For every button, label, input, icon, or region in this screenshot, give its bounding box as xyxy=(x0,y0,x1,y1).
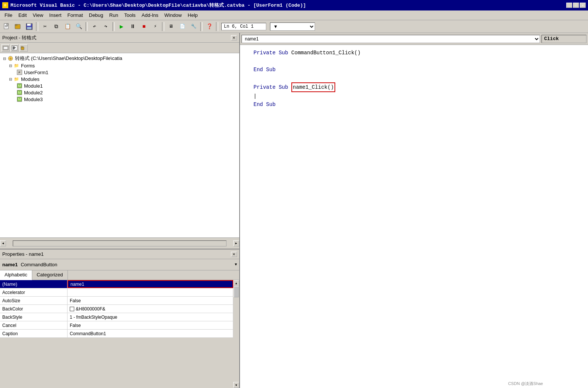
toolbar-break-button[interactable]: ⚡ xyxy=(150,22,160,31)
svg-text:⚙: ⚙ xyxy=(9,57,12,60)
props-row-cancel[interactable]: Cancel False xyxy=(0,321,233,330)
ln-col-display: Ln 6, Col 1 xyxy=(221,23,266,30)
scroll-right-button[interactable]: ▶ xyxy=(233,240,239,246)
svg-rect-6 xyxy=(15,24,17,25)
props-scroll-up[interactable]: ▲ xyxy=(233,280,239,286)
props-dropdown-arrow[interactable]: ▼ xyxy=(235,263,237,267)
props-row-caption[interactable]: Caption CommandButton1 xyxy=(0,330,233,338)
props-val-cancel: False xyxy=(68,321,233,329)
code-text-3: End Sub xyxy=(254,66,276,74)
svg-rect-13 xyxy=(12,46,17,50)
tab-categorized[interactable]: Categorized xyxy=(32,270,68,280)
title-bar: ⚙ Microsoft Visual Basic - C:\Users\Shae… xyxy=(0,0,588,10)
tree-toggle-root[interactable]: ⊟ xyxy=(2,57,8,61)
project-close-button[interactable]: ✕ xyxy=(231,35,237,40)
menu-run[interactable]: Run xyxy=(106,12,121,19)
toolbar-run-button[interactable]: ▶ xyxy=(116,22,127,31)
props-row-backstyle[interactable]: BackStyle 1 - fmBackStyleOpaque xyxy=(0,313,233,321)
tab-alphabetic[interactable]: Alphabetic xyxy=(0,270,32,280)
code-cursor: | xyxy=(254,92,256,100)
menu-format[interactable]: Format xyxy=(64,12,86,19)
tree-toggle-modules[interactable]: ⊟ xyxy=(8,77,14,81)
menu-file[interactable]: File xyxy=(2,12,15,19)
tree-modules[interactable]: ⊟ 📁 Modules xyxy=(2,76,238,82)
properties-close-button[interactable]: ✕ xyxy=(231,252,237,257)
toolbar-undo-button[interactable]: ↶ xyxy=(89,22,100,31)
props-val-caption: CommandButton1 xyxy=(68,330,233,337)
context-dropdown[interactable]: ▼ xyxy=(270,22,315,31)
menu-debug[interactable]: Debug xyxy=(86,12,106,19)
code-text-5: Private Sub name1_Click() xyxy=(254,82,335,92)
toolbar-help-button[interactable]: ❓ xyxy=(204,22,214,31)
menu-view[interactable]: View xyxy=(30,12,46,19)
toolbar-stop-button[interactable]: ■ xyxy=(139,22,149,31)
code-line-4 xyxy=(246,74,582,82)
toolbar-save-button[interactable] xyxy=(24,22,34,31)
toolbar-redo-button[interactable]: ↷ xyxy=(100,22,111,31)
props-row-backcolor[interactable]: BackColor &H8000000F& xyxy=(0,305,233,313)
menu-addins[interactable]: Add-Ins xyxy=(139,12,162,19)
tree-forms[interactable]: ⊟ 📁 Forms xyxy=(2,62,238,69)
left-panel: Project - 转格式 ✕ ⊟ ⚙ xyxy=(0,33,240,388)
module1-icon: M xyxy=(16,83,22,89)
right-panel: name1 Click Private Sub CommandButton1_C… xyxy=(240,33,588,388)
props-row-autosize[interactable]: AutoSize False xyxy=(0,297,233,305)
project-view-code-btn[interactable] xyxy=(10,44,19,52)
props-key-accelerator: Accelerator xyxy=(0,288,68,296)
menu-edit[interactable]: Edit xyxy=(15,12,30,19)
code-text-7: End Sub xyxy=(254,100,276,109)
toolbar-file-button[interactable] xyxy=(13,22,23,31)
toolbar-module-button[interactable]: 📄 xyxy=(177,22,188,31)
svg-rect-12 xyxy=(4,47,8,49)
event-select-dropdown[interactable]: Click xyxy=(542,35,586,43)
toolbar-userform-button[interactable]: 🖥 xyxy=(166,22,176,31)
props-scroll-track[interactable] xyxy=(233,286,239,382)
props-val-backstyle: 1 - fmBackStyleOpaque xyxy=(68,313,233,321)
toolbar-separator-4 xyxy=(162,22,164,31)
toolbar-paste-button[interactable]: 📋 xyxy=(62,22,73,31)
props-row-accelerator[interactable]: Accelerator xyxy=(0,288,233,297)
tree-module3[interactable]: M Module3 xyxy=(2,96,238,103)
tree-module2[interactable]: M Module2 xyxy=(2,89,238,96)
toolbar-find-button[interactable]: 🔍 xyxy=(74,22,84,31)
object-select-dropdown[interactable]: name1 xyxy=(242,35,540,43)
toolbar-tools-button[interactable]: 🔧 xyxy=(188,22,199,31)
code-area[interactable]: Private Sub CommandButton1_Click() End S… xyxy=(240,45,588,388)
properties-table-area: (Name) name1 Accelerator AutoSize False xyxy=(0,280,233,388)
toolbar-pause-button[interactable]: ⏸ xyxy=(128,22,138,31)
tree-root[interactable]: ⊟ ⚙ 转格式 (C:\Users\Shae\Desktop\DesktopFi… xyxy=(2,55,238,62)
props-scroll-thumb[interactable] xyxy=(234,286,239,297)
project-h-scrollbar[interactable] xyxy=(13,240,226,246)
toolbar-new-button[interactable] xyxy=(2,22,12,31)
props-scroll-down[interactable]: ▼ xyxy=(233,382,239,388)
maximize-button[interactable]: □ xyxy=(573,3,579,8)
watermark: CSDN @淡酒Shae xyxy=(508,381,543,387)
properties-object-selector[interactable]: name1 CommandButton ▼ xyxy=(0,259,239,270)
toolbar-separator-2 xyxy=(86,22,88,31)
svg-rect-1 xyxy=(7,24,8,25)
scroll-left-button[interactable]: ◀ xyxy=(0,240,6,246)
properties-content: (Name) name1 Accelerator AutoSize False xyxy=(0,280,239,388)
menu-help[interactable]: Help xyxy=(185,12,201,19)
toolbar-separator-3 xyxy=(112,22,115,31)
menu-insert[interactable]: Insert xyxy=(46,12,64,19)
toolbar-copy-button[interactable]: ⧉ xyxy=(51,22,62,31)
toolbar-separator-6 xyxy=(216,22,218,31)
project-toggle-folders-btn[interactable] xyxy=(20,44,28,52)
toolbar-cut-button[interactable]: ✂ xyxy=(40,22,50,31)
props-row-name[interactable]: (Name) name1 xyxy=(0,280,233,288)
menu-window[interactable]: Window xyxy=(161,12,184,19)
tree-label-forms: Forms xyxy=(21,63,35,69)
project-view-object-btn[interactable] xyxy=(2,44,10,52)
tree-userform1[interactable]: F UserForm1 xyxy=(2,69,238,76)
tree-toggle-forms[interactable]: ⊟ xyxy=(8,64,14,68)
tree-module1[interactable]: M Module1 xyxy=(2,82,238,89)
properties-table: (Name) name1 Accelerator AutoSize False xyxy=(0,280,233,338)
props-key-caption: Caption xyxy=(0,330,68,337)
svg-rect-19 xyxy=(21,46,23,48)
toolbar-separator-5 xyxy=(200,22,202,31)
menu-tools[interactable]: Tools xyxy=(121,12,138,19)
close-button[interactable]: ✕ xyxy=(580,3,586,8)
minimize-button[interactable]: _ xyxy=(566,3,572,8)
project-tree: ⊟ ⚙ 转格式 (C:\Users\Shae\Desktop\DesktopFi… xyxy=(0,53,239,237)
